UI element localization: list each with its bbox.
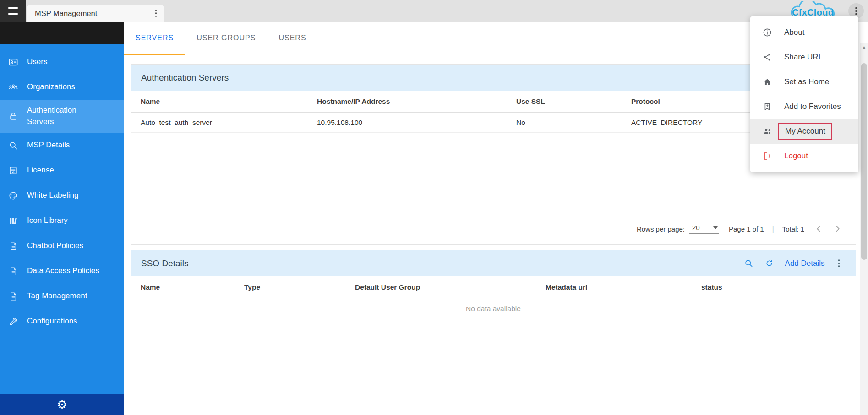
global-options-menu: About Share URL Set as Home Add — [750, 16, 858, 172]
account-icon — [762, 126, 772, 136]
hamburger-menu-button[interactable] — [0, 0, 26, 22]
total-count: Total: 1 — [782, 225, 804, 233]
sidebar-items: Users Organizations Authentication Serve… — [0, 44, 124, 394]
sidebar-item-label: Chatbot Policies — [27, 240, 83, 252]
sidebar-item-label: Authentication Servers — [27, 105, 83, 127]
sidebar-item-data-access-policies[interactable]: Data Access Policies — [0, 259, 124, 284]
chevron-left-icon — [813, 224, 824, 234]
wrench-icon — [8, 317, 18, 327]
next-page-button[interactable] — [833, 224, 843, 234]
menu-item-my-account[interactable]: My Account — [750, 119, 858, 144]
app-tab[interactable]: MSP Management — [27, 5, 164, 22]
sidebar-item-chatbot-policies[interactable]: Chatbot Policies — [0, 233, 124, 259]
tab-servers[interactable]: SERVERS — [124, 22, 185, 55]
tab-users[interactable]: USERS — [267, 22, 317, 55]
column-header-hostname: Hostname/IP Address — [317, 97, 516, 106]
column-header-name: Name — [141, 97, 317, 106]
refresh-button[interactable] — [764, 259, 774, 268]
share-icon — [762, 52, 772, 62]
pagination-separator: | — [772, 225, 774, 233]
empty-state-text: No data available — [131, 305, 856, 313]
sidebar-item-organizations[interactable]: Organizations — [0, 75, 124, 100]
tab-user-groups[interactable]: USER GROUPS — [185, 22, 267, 55]
column-header-default-user-group: Default User Group — [355, 283, 546, 291]
sso-details-card: SSO Details Add Details Name Type D — [131, 250, 856, 415]
rows-per-page-select[interactable]: 20 — [689, 224, 719, 234]
info-icon — [762, 27, 772, 38]
chevron-down-icon — [713, 226, 718, 229]
kebab-icon — [853, 5, 859, 17]
sidebar-item-label: White Labeling — [27, 190, 78, 201]
menu-item-add-to-favorites[interactable]: Add to Favorites — [750, 94, 858, 119]
main-content: SERVERS USER GROUPS USERS Authentication… — [124, 22, 860, 415]
search-icon — [744, 259, 753, 268]
sidebar-item-icon-library[interactable]: Icon Library — [0, 208, 124, 233]
sidebar-item-msp-details[interactable]: MSP Details — [0, 133, 124, 158]
sidebar-item-configurations[interactable]: Configurations — [0, 309, 124, 334]
column-header-use-ssl: Use SSL — [516, 97, 631, 106]
menu-item-label: Add to Favorites — [784, 102, 841, 111]
sidebar-item-label: Organizations — [27, 81, 75, 93]
document-icon — [8, 266, 18, 276]
hamburger-icon — [8, 7, 18, 15]
column-header-type: Type — [244, 283, 355, 291]
table-row[interactable]: Auto_test_auth_server 10.95.108.100 No A… — [131, 113, 856, 133]
palette-icon — [8, 191, 18, 201]
sidebar: Users Organizations Authentication Serve… — [0, 22, 124, 415]
rows-per-page-label: Rows per page: — [637, 225, 685, 233]
sidebar-item-label: Users — [27, 56, 47, 68]
menu-item-label: Logout — [784, 151, 808, 161]
sso-options-kebab-button[interactable] — [836, 257, 842, 269]
license-icon — [8, 166, 18, 176]
library-icon — [8, 216, 18, 226]
menu-item-about[interactable]: About — [750, 20, 858, 45]
lock-icon — [8, 111, 18, 121]
card-title: SSO Details — [141, 259, 188, 269]
page-info: Page 1 of 1 — [729, 225, 764, 233]
sidebar-item-label: Tag Management — [27, 291, 87, 302]
vertical-scrollbar[interactable]: ▲ — [860, 22, 868, 415]
sidebar-item-label: Configurations — [27, 316, 77, 327]
search-button[interactable] — [744, 259, 753, 268]
sidebar-item-white-labeling[interactable]: White Labeling — [0, 183, 124, 208]
authentication-servers-card: Authentication Servers Name Hostname/IP … — [131, 64, 856, 245]
page-tabs: SERVERS USER GROUPS USERS — [124, 22, 860, 55]
cell-use-ssl: No — [516, 119, 631, 127]
sidebar-item-users[interactable]: Users — [0, 49, 124, 75]
add-details-link[interactable]: Add Details — [785, 259, 825, 268]
menu-item-label: About — [784, 28, 804, 37]
menu-item-logout[interactable]: Logout — [750, 144, 858, 168]
column-header-metadata-url: Metadata url — [546, 283, 701, 291]
cell-hostname: 10.95.108.100 — [317, 119, 516, 127]
id-card-icon — [8, 57, 18, 67]
auth-table-header: Name Hostname/IP Address Use SSL Protoco… — [131, 91, 856, 113]
sidebar-item-tag-management[interactable]: Tag Management — [0, 284, 124, 309]
search-icon — [8, 140, 18, 151]
pagination: Rows per page: 20 Page 1 of 1 | Total: 1 — [131, 216, 856, 242]
scrollbar-thumb[interactable] — [861, 63, 867, 260]
settings-gear-icon[interactable]: ⚙ — [57, 399, 67, 410]
column-header-name: Name — [141, 283, 244, 291]
menu-item-set-as-home[interactable]: Set as Home — [750, 70, 858, 94]
card-title: Authentication Servers — [141, 73, 229, 83]
menu-item-label: My Account — [785, 127, 825, 135]
tab-kebab-icon[interactable] — [153, 7, 159, 20]
menu-item-share-url[interactable]: Share URL — [750, 45, 858, 70]
sidebar-item-license[interactable]: License — [0, 158, 124, 183]
people-icon — [8, 82, 18, 92]
sidebar-item-label: License — [27, 165, 54, 176]
top-bar: MSP Management CfxCloud — [0, 0, 868, 22]
sidebar-item-label: Data Access Policies — [27, 265, 99, 277]
refresh-icon — [764, 259, 774, 268]
sidebar-header-strip — [0, 22, 124, 44]
sso-details-header: SSO Details Add Details — [131, 250, 856, 276]
menu-item-label: Set as Home — [784, 77, 829, 86]
scroll-up-button[interactable]: ▲ — [860, 43, 868, 51]
sidebar-item-label: MSP Details — [27, 140, 70, 151]
previous-page-button[interactable] — [813, 224, 824, 234]
cell-name: Auto_test_auth_server — [141, 119, 317, 127]
sidebar-item-authentication-servers[interactable]: Authentication Servers — [0, 100, 124, 133]
chevron-right-icon — [833, 224, 843, 234]
menu-item-label: Share URL — [784, 53, 823, 62]
home-icon — [762, 77, 772, 87]
